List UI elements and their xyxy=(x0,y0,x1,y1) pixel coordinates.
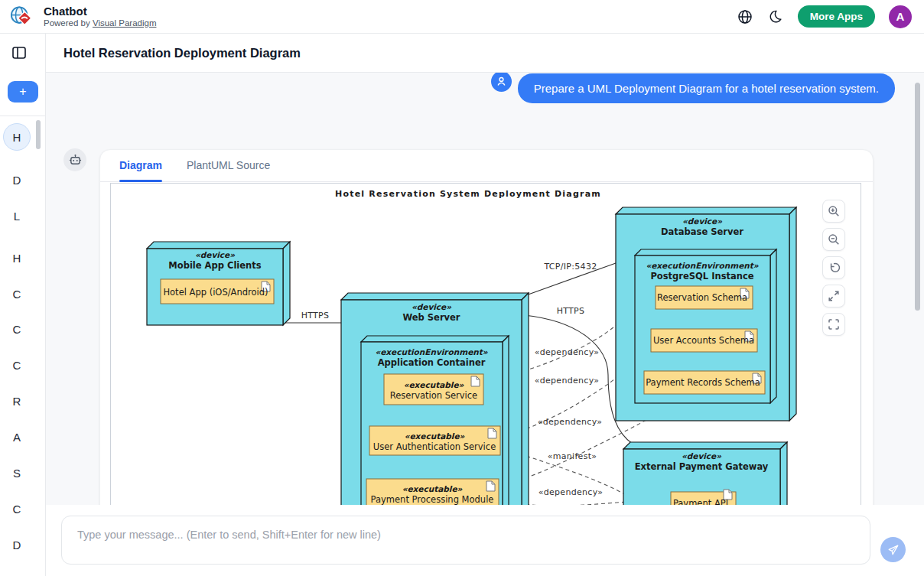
page-title: Hotel Reservation Deployment Diagram xyxy=(63,46,301,60)
app-title: Chatbot xyxy=(44,5,156,18)
gateway-stereotype: «device» xyxy=(682,451,721,460)
pg-name: PostgreSQL Instance xyxy=(650,271,753,281)
exec2-name: User Authentication Service xyxy=(373,441,496,452)
mobile-name: Mobile App Clients xyxy=(168,260,261,271)
app-container-name: Application Container xyxy=(378,357,486,368)
web-stereotype: «device» xyxy=(412,302,451,311)
user-message-bubble: Prepare a UML Deployment Diagram for a h… xyxy=(518,73,895,103)
visual-paradigm-logo xyxy=(10,5,33,28)
sidebar-item-7[interactable]: C xyxy=(3,351,31,379)
document-icon xyxy=(471,376,480,386)
message-input-box xyxy=(61,516,870,565)
user-message-avatar xyxy=(491,71,512,92)
exec3-stereotype: «executable» xyxy=(402,484,463,493)
sidebar-divider xyxy=(0,116,45,116)
label-https-2: HTTPS xyxy=(557,306,585,316)
exec1-stereotype: «executable» xyxy=(404,380,464,389)
reset-view-button[interactable] xyxy=(822,256,845,279)
tab-diagram[interactable]: Diagram xyxy=(119,150,162,182)
sidebar-item-12[interactable]: D xyxy=(3,531,31,558)
sidebar-item-6[interactable]: C xyxy=(3,315,31,343)
powered-by-text: Powered by xyxy=(44,18,90,28)
mobile-stereotype: «device» xyxy=(195,250,235,259)
person-icon xyxy=(496,76,507,87)
sidebar-item-1[interactable]: H xyxy=(3,123,31,151)
dark-mode-moon-icon[interactable] xyxy=(767,8,784,25)
schema3-name: Payment Records Schema xyxy=(646,377,760,388)
node-database-server: «device» Database Server «executionEnvir… xyxy=(616,207,796,421)
label-dependency-1: «dependency» xyxy=(535,347,600,357)
pg-stereotype: «executionEnvironment» xyxy=(646,261,758,270)
reset-rotate-icon xyxy=(828,262,840,274)
message-input[interactable] xyxy=(62,516,870,564)
exec2-stereotype: «executable» xyxy=(405,431,465,441)
new-chat-button[interactable]: + xyxy=(8,81,38,103)
sidebar-item-11[interactable]: C xyxy=(3,495,31,522)
sidebar-item-3[interactable]: L xyxy=(3,202,31,229)
fullscreen-icon xyxy=(828,318,840,330)
gateway-name: External Payment Gateway xyxy=(635,461,769,472)
app-container-stereotype: «executionEnvironment» xyxy=(375,347,487,356)
chat-area: Prepare a UML Deployment Diagram for a h… xyxy=(46,73,924,505)
more-apps-button[interactable]: More Apps xyxy=(798,5,875,28)
db-name: Database Server xyxy=(661,226,743,237)
fit-view-button[interactable] xyxy=(822,285,845,308)
sidebar-item-8[interactable]: R xyxy=(3,387,31,415)
schema1-name: Reservation Schema xyxy=(657,292,747,303)
expand-arrows-icon xyxy=(828,290,840,302)
sidebar-scrollbar[interactable] xyxy=(36,120,41,149)
label-https-1: HTTPS xyxy=(301,311,330,321)
fullscreen-button[interactable] xyxy=(822,313,845,336)
app-root: Chatbot Powered by Visual Paradigm More … xyxy=(0,0,924,576)
tab-bar: Diagram PlantUML Source xyxy=(100,150,873,182)
account-avatar[interactable]: A xyxy=(889,5,912,28)
exec3-name: Payment Processing Module xyxy=(371,494,494,505)
send-paper-plane-icon xyxy=(887,544,900,556)
viewer-controls xyxy=(822,200,845,336)
exec1-name: Reservation Service xyxy=(390,390,477,401)
document-icon xyxy=(486,481,495,491)
send-button[interactable] xyxy=(880,537,906,562)
title-bar: Hotel Reservation Deployment Diagram xyxy=(46,34,924,73)
label-dependency-3: «dependency» xyxy=(538,417,603,427)
zoom-in-button[interactable] xyxy=(822,200,845,223)
node-external-payment-gateway: «device» External Payment Gateway Paymen… xyxy=(623,442,787,515)
sidebar-item-10[interactable]: S xyxy=(3,459,31,487)
sidebar-toggle-icon[interactable] xyxy=(12,47,26,59)
node-web-server: «device» Web Server «executionEnvironmen… xyxy=(341,293,529,513)
schema2-name: User Accounts Schema xyxy=(653,335,754,346)
chat-scrollbar[interactable] xyxy=(915,83,920,311)
sidebar-item-5[interactable]: C xyxy=(3,280,31,308)
zoom-in-icon xyxy=(828,205,840,217)
tab-plantuml-source[interactable]: PlantUML Source xyxy=(187,150,270,182)
artifact-hotel-app: Hotel App (iOS/Android) xyxy=(163,287,268,298)
message-input-bar xyxy=(46,505,924,576)
language-globe-icon[interactable] xyxy=(737,8,753,25)
node-mobile-app-clients: «device» Mobile App Clients Hotel App (i… xyxy=(147,242,290,325)
bot-avatar xyxy=(63,148,86,171)
label-dependency-2: «dependency» xyxy=(535,376,600,386)
label-tcpip: TCP/IP:5432 xyxy=(544,262,597,272)
web-name: Web Server xyxy=(402,312,460,323)
sidebar: + H D L H C C C R A S C D xyxy=(0,34,46,576)
label-dependency-4: «dependency» xyxy=(538,487,604,497)
powered-by-link[interactable]: Visual Paradigm xyxy=(93,18,157,28)
zoom-out-icon xyxy=(828,233,840,246)
sidebar-item-4[interactable]: H xyxy=(3,244,31,272)
diagram-title: Hotel Reservation System Deployment Diag… xyxy=(335,189,601,199)
robot-icon xyxy=(69,154,82,167)
db-stereotype: «device» xyxy=(682,216,722,226)
top-header: Chatbot Powered by Visual Paradigm More … xyxy=(0,0,924,34)
document-icon xyxy=(488,428,496,438)
powered-by: Powered by Visual Paradigm xyxy=(44,18,156,28)
label-manifest: «manifest» xyxy=(548,451,597,461)
sidebar-item-2[interactable]: D xyxy=(3,166,31,194)
sidebar-item-9[interactable]: A xyxy=(3,423,31,451)
user-message-row: Prepare a UML Deployment Diagram for a h… xyxy=(491,73,895,103)
zoom-out-button[interactable] xyxy=(822,228,845,251)
